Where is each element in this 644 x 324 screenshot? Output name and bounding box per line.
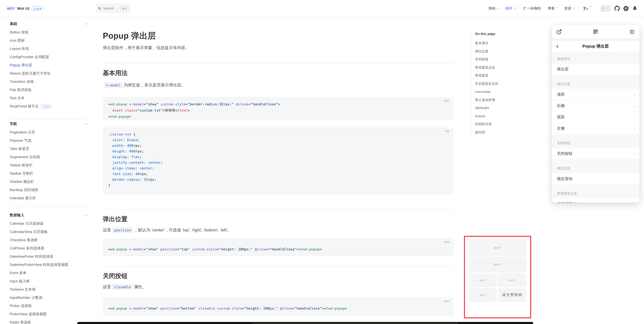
sidebar-group-title-basic[interactable]: 基础 xyxy=(10,20,87,28)
back-button[interactable] xyxy=(556,41,560,52)
sidebar-item[interactable]: Popover 气泡 xyxy=(10,136,87,145)
toc-item[interactable]: Attributes xyxy=(475,104,516,112)
sidebar-item[interactable]: Transition 动画 xyxy=(10,77,87,86)
sponsor-card[interactable]: WOT xyxy=(469,288,497,302)
sidebar-item[interactable]: Backtop 回到顶部 xyxy=(10,186,87,194)
code-content: <wd-popup v-model="show" custom-style="b… xyxy=(103,97,454,120)
sidebar-group-title-data-entry[interactable]: 数据输入 xyxy=(10,211,87,219)
code-block-basic-html: html <wd-popup v-model="show" custom-sty… xyxy=(103,97,454,120)
nav-link-components[interactable]: 组件 xyxy=(506,6,516,11)
toc-item[interactable]: 禁用遮罩 xyxy=(475,71,516,80)
search-input[interactable]: Search ⌘ K xyxy=(95,3,131,13)
chevron-right-icon: › xyxy=(634,176,635,181)
gitee-link-button[interactable]: G xyxy=(624,6,628,11)
theme-toggle[interactable] xyxy=(600,5,611,11)
demo-cell[interactable]: 锁定滚动 › xyxy=(552,173,639,184)
nav-link-guide[interactable]: 指南 xyxy=(488,6,499,11)
demo-cell[interactable]: 弹出层 › xyxy=(552,63,639,75)
page-root: WOT Wot UI 1.12.4 Search ⌘ K 指南 组件 🥤一杯咖啡… xyxy=(0,0,644,324)
nav-link-coffee[interactable]: 🥤一杯咖啡 xyxy=(522,6,541,11)
sidebar-item[interactable]: Tabs 标签页 xyxy=(10,145,87,153)
toc-item[interactable]: 外部样式类 xyxy=(475,120,516,128)
divider xyxy=(103,63,454,63)
sidebar-item[interactable]: DatetimePickerView 时间选择器视图 xyxy=(10,261,87,269)
demo-cell[interactable]: 左侧 › xyxy=(552,123,639,134)
sidebar-item[interactable]: InputNumber 计数器 xyxy=(10,293,87,302)
sidebar-item[interactable]: DatetimePicker 时间选择器 xyxy=(10,252,87,261)
sidebar-item[interactable]: IndexBar 索引栏 xyxy=(10,194,87,202)
sidebar-item[interactable]: Fab 悬浮按钮 xyxy=(10,86,87,94)
qq-penguin-icon xyxy=(632,6,638,11)
toc-item[interactable]: 基本用法 xyxy=(475,39,516,47)
toc-list: 基本用法 弹出位置 关闭按钮 禁用遮罩点击 禁用遮罩 开启底部安全区 root-… xyxy=(475,39,516,136)
sidebar-item[interactable]: Input 输入框 xyxy=(10,277,87,285)
sidebar-item[interactable]: Tabbar 标签栏 xyxy=(10,161,87,169)
sidebar-item[interactable]: Picker 选择器 xyxy=(10,302,87,310)
demo-cell[interactable]: 右侧 › xyxy=(552,100,639,111)
chevron-right-icon: › xyxy=(634,151,635,156)
github-link-button[interactable] xyxy=(614,6,620,11)
sidebar-item[interactable]: Text 文本 xyxy=(10,94,87,102)
toc-item[interactable]: 禁用遮罩点击 xyxy=(475,63,516,71)
demo-cell[interactable]: 底部 › xyxy=(552,111,639,123)
qq-group-button[interactable] xyxy=(632,6,638,11)
page-intro: 弹出层组件，用于展示弹窗、信息提示等内容。 xyxy=(103,45,189,51)
sidebar-item[interactable]: PickerView 选择器视图 xyxy=(10,310,87,318)
sidebar-group-data-entry: Calendar 日历选择器 CalendarView 日历面板 Checkbo… xyxy=(10,219,87,324)
sponsor-box-highlighted: WOT WOT WOT WOT xyxy=(464,236,531,318)
toc-item[interactable]: 弹出位置 xyxy=(475,47,516,55)
sidebar-item[interactable]: ConfigProvider 全局配置 xyxy=(10,53,87,61)
sidebar-item[interactable]: Navbar 导航栏 xyxy=(10,169,87,177)
sidebar-item[interactable]: Calendar 日历选择器 xyxy=(10,219,87,228)
chevron-down-icon xyxy=(573,6,575,9)
sidebar-item[interactable]: Popup 弹出层 xyxy=(10,61,87,69)
sidebar-item[interactable]: Resize 监听元素尺寸变化 xyxy=(10,69,87,77)
sidebar-item[interactable]: Sidebar 侧边栏 xyxy=(10,177,87,186)
nav-link-resources[interactable]: 资源 xyxy=(564,6,574,11)
language-switch-button[interactable]: 文 A xyxy=(583,6,592,11)
search-placeholder: Search xyxy=(103,6,114,10)
demo-cell[interactable]: 顶部 › xyxy=(552,89,639,100)
sidebar-item[interactable]: Button 按钮 xyxy=(10,28,87,36)
sponsor-card[interactable]: WOT xyxy=(469,240,526,256)
sidebar-item[interactable]: CalendarView 日历面板 xyxy=(10,228,87,236)
collapse-panel-icon[interactable] xyxy=(629,29,635,34)
chevron-right-icon: › xyxy=(634,92,635,97)
toc-item[interactable]: Events xyxy=(475,112,516,120)
sidebar-item[interactable]: Form 表单 xyxy=(10,269,87,277)
code-content: .custom-txt { color: black; width: 400rp… xyxy=(103,127,454,188)
code-lang-label: html xyxy=(444,300,449,303)
sponsor-card[interactable]: 成为赞助商 xyxy=(498,288,526,302)
chevron-right-icon: › xyxy=(634,126,635,131)
demo-cell[interactable]: 禁用遮罩点击 › xyxy=(552,198,639,203)
qr-code-icon[interactable] xyxy=(593,29,598,34)
nav-link-blog[interactable]: 博客↗ xyxy=(548,6,558,11)
toc-item[interactable]: 源代码 xyxy=(475,128,516,136)
divider xyxy=(579,5,579,11)
sidebar-item[interactable]: Radio 单选框 xyxy=(10,318,87,324)
sponsor-card[interactable]: WOT xyxy=(469,257,526,273)
toc-item[interactable]: 关闭按钮 xyxy=(475,55,516,63)
open-external-icon[interactable] xyxy=(556,29,562,34)
sponsor-card[interactable]: WOT xyxy=(469,273,497,287)
code-lang-label: html xyxy=(444,99,449,102)
toc-item[interactable]: 开启底部安全区 xyxy=(475,80,516,88)
toc-title: On this page xyxy=(475,31,516,39)
toc-item[interactable]: 禁止滚动穿透 xyxy=(475,96,516,104)
sidebar-group-title-navigation[interactable]: 导航 xyxy=(10,120,87,128)
sponsor-card[interactable]: WOT xyxy=(498,273,526,287)
sidebar-item[interactable]: Segmented 分段器 xyxy=(10,153,87,161)
sidebar-group-navigation: Pagination 分页 Popover 气泡 Tabs 标签页 Segmen… xyxy=(10,128,87,202)
sidebar-item[interactable]: RootPortal 根节点 1.11.0 xyxy=(10,102,87,110)
brand-logo[interactable]: WOT Wot UI 1.12.4 xyxy=(7,0,44,17)
sidebar-item[interactable]: Checkbox 复选框 xyxy=(10,236,87,244)
sidebar-item[interactable]: Layout 布局 xyxy=(10,44,87,53)
demo-cell[interactable]: 关闭按钮 › xyxy=(552,148,639,159)
page-title: Popup 弹出层 xyxy=(103,30,156,42)
sidebar-item[interactable]: Icon 图标 xyxy=(10,36,87,44)
sidebar-item[interactable]: Pagination 分页 xyxy=(10,128,87,136)
sidebar: 基础 Button 按钮 Icon 图标 Layout 布局 xyxy=(10,17,87,324)
sidebar-item[interactable]: ColPicker 多列选择器 xyxy=(10,244,87,252)
toc-item[interactable]: root-portal xyxy=(475,88,516,96)
sidebar-item[interactable]: Textarea 文本域 xyxy=(10,285,87,293)
